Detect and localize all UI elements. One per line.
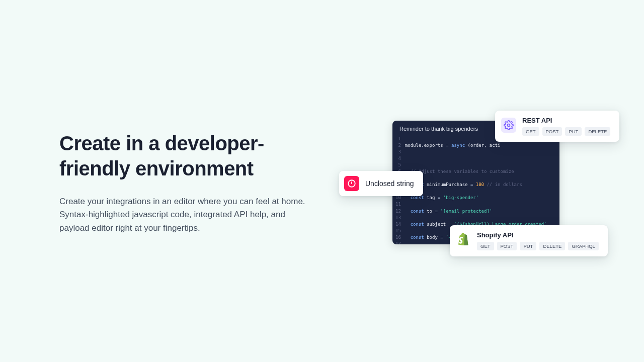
http-verb-badge: DELETE <box>585 127 610 136</box>
error-card: Unclosed string <box>339 171 423 196</box>
http-verb-badge: DELETE <box>539 242 565 250</box>
rest-verb-list: GET POST PUT DELETE <box>522 127 610 136</box>
hero-headline: Create in a developer-friendly environme… <box>59 131 306 181</box>
shopify-icon <box>456 231 471 246</box>
http-verb-badge: GET <box>477 242 494 250</box>
error-icon <box>344 176 359 191</box>
shopify-verb-list: GET POST PUT DELETE GRAPHQL <box>477 242 599 250</box>
rest-card-title: REST API <box>522 117 610 124</box>
http-verb-badge: GRAPHQL <box>568 242 598 250</box>
http-verb-badge: PUT <box>565 127 582 136</box>
http-verb-badge: POST <box>542 127 562 136</box>
gear-icon <box>501 118 516 133</box>
http-verb-badge: GET <box>522 127 539 136</box>
hero-text: Create in a developer-friendly environme… <box>59 131 306 235</box>
http-verb-badge: PUT <box>520 242 536 250</box>
http-verb-badge: POST <box>497 242 517 250</box>
rest-api-card: REST API GET POST PUT DELETE <box>495 111 619 142</box>
shopify-api-card: Shopify API GET POST PUT DELETE GRAPHQL <box>450 225 608 256</box>
shopify-card-title: Shopify API <box>477 231 599 239</box>
error-card-title: Unclosed string <box>365 179 414 188</box>
hero-subcopy: Create your integrations in an editor wh… <box>59 195 306 235</box>
svg-point-3 <box>508 124 510 127</box>
